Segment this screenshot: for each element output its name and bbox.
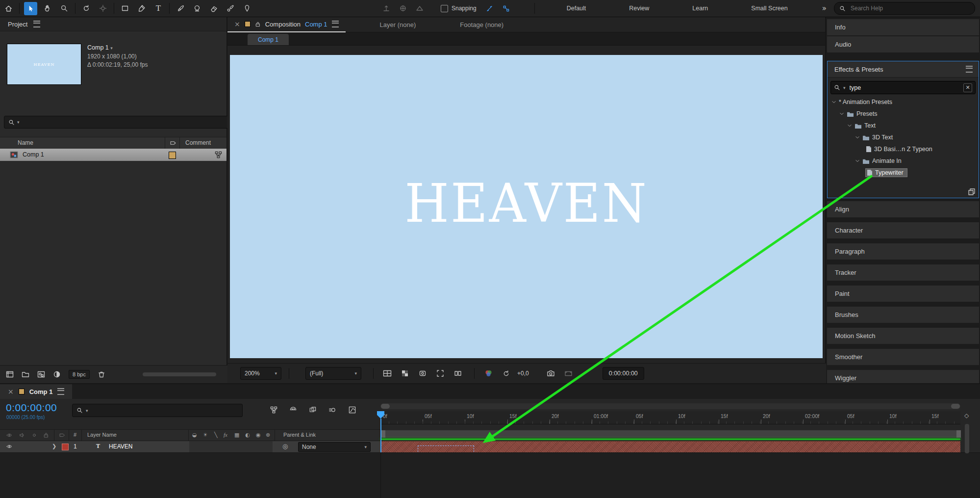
column-layer-name[interactable]: Layer Name — [87, 432, 117, 438]
pick-whip-icon[interactable]: ◎ — [282, 443, 288, 450]
chevron-down-icon[interactable] — [855, 135, 860, 140]
current-time-display[interactable]: 0:00:00:00 — [6, 402, 57, 414]
tracker-panel-tab[interactable]: Tracker — [827, 264, 979, 281]
audio-panel-tab[interactable]: Audio — [827, 36, 979, 52]
smoother-panel-tab[interactable]: Smoother — [827, 349, 979, 365]
close-icon[interactable]: × — [234, 20, 240, 28]
interpret-footage-icon[interactable] — [6, 370, 14, 378]
safe-margins-icon[interactable] — [381, 367, 394, 380]
effects-search-field[interactable]: ▾ ✕ — [830, 81, 976, 94]
reset-exposure-icon[interactable] — [500, 367, 512, 380]
puppet-pin-tool-icon[interactable] — [239, 1, 255, 16]
type-tool-icon[interactable]: T — [150, 1, 167, 16]
snapshot-icon[interactable] — [545, 367, 557, 380]
panel-menu-icon[interactable] — [33, 21, 40, 27]
region-of-interest-icon[interactable] — [434, 367, 447, 380]
tree-item-presets[interactable]: Presets — [828, 108, 979, 120]
panel-menu-icon[interactable] — [966, 66, 973, 73]
column-comment[interactable]: Comment — [185, 139, 211, 146]
effects-presets-title[interactable]: Effects & Presets — [834, 66, 883, 73]
layer-row[interactable]: ❯ 1 T HEAVEN ◎ None▾ — [0, 441, 380, 453]
chevron-down-icon[interactable] — [847, 123, 852, 128]
project-search-field[interactable]: ▾ — [4, 116, 231, 129]
layer-tab[interactable]: Layer (none) — [380, 21, 416, 28]
delete-icon[interactable] — [98, 370, 105, 378]
hand-tool-icon[interactable] — [39, 1, 56, 16]
zoom-tool-icon[interactable] — [56, 1, 73, 16]
camera-tool-icon[interactable] — [95, 1, 111, 16]
panel-menu-icon[interactable] — [57, 388, 64, 395]
timeline-comp-tab[interactable]: × Comp 1 — [0, 384, 72, 399]
mask-visibility-icon[interactable] — [416, 367, 429, 380]
axis-mode-world-icon[interactable] — [395, 1, 411, 16]
pen-tool-icon[interactable] — [133, 1, 150, 16]
preview-time[interactable]: 0:00:00:00 — [603, 367, 644, 380]
tree-item-3d-basic-z-typeon[interactable]: 3D Basi…n Z Typeon — [828, 143, 979, 155]
channels-icon[interactable] — [482, 367, 495, 380]
chevron-down-icon[interactable] — [839, 111, 844, 116]
workspace-tab-small-screen[interactable]: Small Screen — [751, 5, 787, 12]
bpc-label[interactable]: 8 bpc — [69, 370, 90, 379]
project-horizontal-scrollbar[interactable] — [143, 372, 216, 376]
wiggler-panel-tab[interactable]: Wiggler — [827, 370, 979, 383]
pixel-aspect-icon[interactable] — [452, 367, 464, 380]
exposure-value[interactable]: +0,0 — [517, 370, 529, 377]
zoom-dropdown[interactable]: 200%▾ — [240, 367, 281, 380]
flowchart-icon[interactable] — [215, 151, 222, 158]
snap-features-icon[interactable] — [498, 1, 515, 16]
brushes-panel-tab[interactable]: Brushes — [827, 307, 979, 323]
chevron-down-icon[interactable] — [831, 100, 836, 105]
axis-mode-local-icon[interactable] — [378, 1, 395, 16]
timeline-search-field[interactable]: ▾ — [72, 404, 243, 417]
frame-blending-icon[interactable] — [306, 404, 319, 416]
footage-tab[interactable]: Footage (none) — [460, 21, 503, 28]
selection-tool-icon[interactable] — [24, 2, 37, 15]
layer-expander-icon[interactable]: ❯ — [52, 443, 56, 449]
comp-marker-icon[interactable]: ◇ — [964, 412, 969, 419]
snapping-toggle[interactable]: Snapping — [441, 5, 477, 12]
resolution-dropdown[interactable]: (Full)▾ — [305, 367, 361, 380]
snapping-checkbox[interactable] — [441, 5, 448, 12]
composition-canvas[interactable]: HEAVEN — [230, 55, 823, 358]
shy-layers-icon[interactable] — [287, 404, 300, 416]
info-panel-tab[interactable]: Info — [827, 19, 979, 35]
paint-panel-tab[interactable]: Paint — [827, 286, 979, 302]
rotation-tool-icon[interactable] — [78, 1, 95, 16]
column-parent-link[interactable]: Parent & Link — [283, 432, 316, 438]
rectangle-tool-icon[interactable] — [117, 1, 133, 16]
chevron-down-icon[interactable] — [855, 158, 860, 163]
timeline-vertical-scrollbar[interactable] — [965, 424, 969, 453]
mini-flowchart-icon[interactable] — [267, 404, 280, 416]
viewer-comp-chip[interactable]: Comp 1 — [248, 34, 289, 45]
align-panel-tab[interactable]: Align — [827, 201, 979, 217]
timeline-search-input[interactable] — [91, 406, 226, 415]
workspace-tab-learn[interactable]: Learn — [692, 5, 708, 12]
workspace-tab-default[interactable]: Default — [567, 5, 586, 12]
panel-menu-icon[interactable] — [332, 21, 339, 27]
clone-stamp-tool-icon[interactable] — [189, 1, 205, 16]
project-item-row[interactable]: Comp 1 — [0, 149, 226, 161]
layer-color-swatch[interactable] — [62, 444, 69, 450]
effects-search-input[interactable] — [849, 84, 954, 92]
column-number[interactable]: # — [74, 432, 76, 438]
eraser-tool-icon[interactable] — [205, 1, 222, 16]
new-composition-icon[interactable] — [37, 370, 45, 378]
tree-item-typewriter[interactable]: Typewriter — [828, 167, 979, 179]
time-navigator[interactable] — [380, 403, 960, 409]
project-search-input[interactable] — [22, 118, 210, 127]
parent-dropdown[interactable]: None▾ — [298, 442, 371, 452]
workspace-tab-review[interactable]: Review — [629, 5, 649, 12]
roto-brush-tool-icon[interactable] — [222, 1, 239, 16]
paragraph-panel-tab[interactable]: Paragraph — [827, 243, 979, 260]
project-tab-label[interactable]: Project — [8, 21, 27, 28]
motion-blur-icon[interactable] — [326, 404, 339, 416]
help-search-input[interactable] — [850, 4, 950, 12]
time-ruler[interactable]: 0f 05f 10f 15f 20f 01:00f 05f 10f 15f 20… — [380, 411, 960, 424]
tree-item-animation-presets[interactable]: * Animation Presets — [828, 96, 979, 108]
transparency-grid-icon[interactable] — [399, 367, 411, 380]
brush-tool-icon[interactable] — [172, 1, 189, 16]
label-color-column-icon[interactable] — [170, 140, 176, 146]
tree-item-animate-in[interactable]: Animate In — [828, 155, 979, 167]
help-search-field[interactable] — [834, 2, 975, 15]
axis-mode-view-icon[interactable] — [411, 1, 428, 16]
